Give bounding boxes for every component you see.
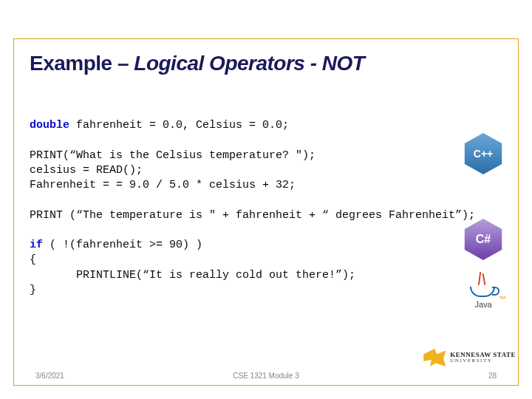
code-line-3: PRINT(“What is the Celsius temperature? …: [30, 149, 316, 162]
java-logo-icon: Java TM: [463, 270, 504, 309]
code-line-11: PRINTLINE(“It is really cold out there!”…: [30, 269, 355, 282]
keyword-if: if: [30, 239, 43, 251]
java-cup-icon: [470, 287, 495, 297]
footer-page: 28: [488, 372, 497, 380]
ksu-logo: KENNESAW STATE UNIVERSITY: [423, 349, 516, 366]
cpp-logo-icon: [463, 133, 504, 174]
ksu-mark-icon: [423, 349, 446, 366]
code-line-1: fahrenheit = 0.0, Celsius = 0.0;: [69, 119, 289, 132]
code-line-12: }: [30, 284, 36, 296]
csharp-logo-icon: [463, 219, 504, 260]
code-line-9: ( !(fahrenheit >= 90) ): [43, 239, 202, 251]
title-italic: Logical Operators - NOT: [134, 52, 364, 75]
code-line-10: {: [30, 253, 36, 266]
slide: Example – Logical Operators - NOT double…: [0, 0, 532, 399]
java-steam-icon: [478, 272, 482, 285]
ksu-line2: UNIVERSITY: [450, 358, 516, 364]
language-logos: Java TM: [463, 133, 510, 318]
java-tm: TM: [499, 296, 505, 300]
code-line-7: PRINT (“The temperature is " + fahrenhei…: [30, 209, 475, 222]
ksu-text: KENNESAW STATE UNIVERSITY: [450, 352, 516, 364]
code-block: double fahrenheit = 0.0, Celsius = 0.0; …: [30, 118, 495, 298]
title-prefix: Example –: [30, 52, 134, 75]
slide-title: Example – Logical Operators - NOT: [30, 52, 364, 75]
java-steam-icon: [482, 273, 486, 285]
code-line-4: celsius = READ();: [30, 164, 143, 177]
keyword-double: double: [30, 119, 69, 132]
footer-module: CSE 1321 Module 3: [0, 372, 532, 380]
code-line-5: Fahrenheit = = 9.0 / 5.0 * celsius + 32;: [30, 179, 296, 191]
java-text: Java: [463, 300, 504, 309]
java-cup-handle-icon: [492, 287, 499, 296]
